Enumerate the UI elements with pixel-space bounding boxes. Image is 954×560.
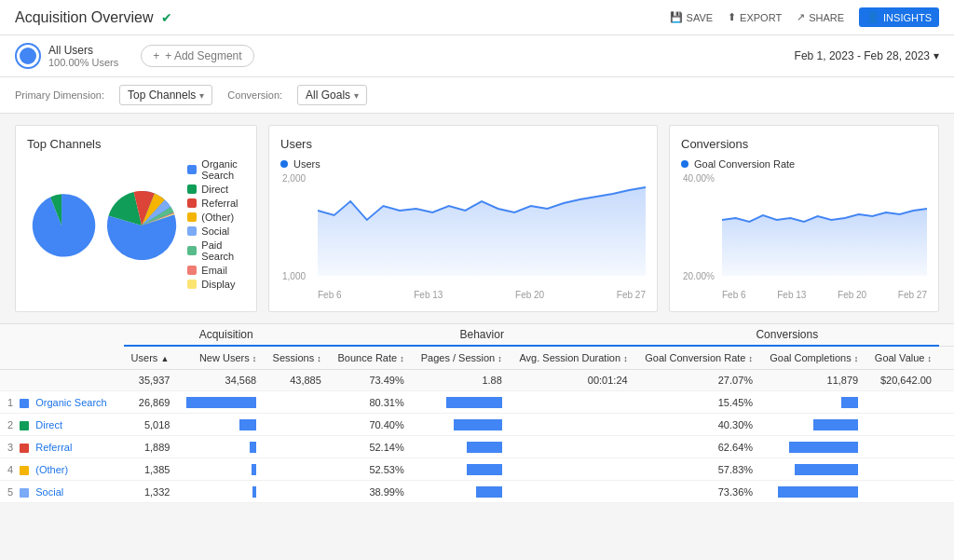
sort-icon: ↕ — [749, 354, 754, 363]
channel-link[interactable]: (Other) — [35, 464, 68, 475]
legend-dot — [187, 165, 197, 174]
goal-bar — [778, 486, 858, 498]
goal-conv-col-header[interactable]: Goal Conversion Rate ↕ — [635, 346, 760, 370]
goal-conv-cell: 15.45% — [635, 391, 760, 414]
goal-value-cell — [865, 458, 939, 481]
sort-icon: ↕ — [400, 354, 404, 363]
bounce-rate-cell: 80.31% — [329, 391, 412, 414]
pie-legend: Organic SearchDirectReferral(Other)Socia… — [187, 158, 245, 293]
row-expand — [939, 391, 954, 414]
sort-icon: ↕ — [497, 354, 502, 363]
chevron-down-icon: ▾ — [354, 90, 359, 101]
legend-label: Paid Search — [201, 239, 245, 262]
chevron-down-icon: ▾ — [934, 49, 939, 62]
behavior-group-header: Behavior — [329, 324, 635, 346]
users-cell: 1,332 — [124, 481, 178, 503]
save-icon: 💾 — [670, 11, 683, 23]
row-rank: 3 — [7, 442, 13, 453]
channel-color-indicator — [20, 444, 29, 453]
users-cell: 1,385 — [124, 458, 178, 481]
goal-value-col-header[interactable]: Goal Value ↕ — [865, 346, 939, 370]
acquisition-group-header: Acquisition — [124, 324, 329, 346]
bounce-bar-cell — [412, 391, 510, 414]
primary-dimension-select[interactable]: Top Channels ▾ — [119, 85, 212, 105]
legend-item: Display — [187, 279, 245, 290]
users-cell: 5,018 — [124, 414, 178, 436]
avg-session-col-header[interactable]: Avg. Session Duration ↕ — [510, 346, 635, 370]
total-goal-conv: 27.07% — [635, 370, 760, 391]
channel-link[interactable]: Social — [35, 486, 63, 498]
users-line-wrap: 2,000 1,000 Feb 6 Feb 13 Feb 20 Feb 27 — [318, 173, 646, 300]
row-rank: 1 — [7, 397, 13, 408]
users-cell: 1,889 — [124, 436, 178, 458]
channel-color-indicator — [20, 488, 29, 498]
avg-session-cell — [510, 481, 635, 503]
segment-text: All Users 100.00% Users — [48, 44, 118, 68]
goal-bar-cell — [760, 391, 865, 414]
total-goal-comp: 11,879 — [760, 370, 865, 391]
chart-legend: Goal Conversion Rate — [681, 158, 927, 170]
goal-bar-cell — [760, 458, 865, 481]
sessions-col-header[interactable]: Sessions ↕ — [264, 346, 329, 370]
channel-link[interactable]: Organic Search — [35, 397, 106, 408]
share-icon: ↗ — [797, 11, 805, 23]
channel-cell: 1 Organic Search — [0, 391, 124, 414]
insights-button[interactable]: 👤 INSIGHTS — [859, 7, 939, 27]
add-segment-button[interactable]: + + Add Segment — [141, 45, 253, 67]
acquisition-table: Acquisition Behavior Conversions Users ▲… — [0, 324, 954, 503]
export-icon: ⬆ — [728, 11, 736, 23]
segment-circle-fill — [20, 48, 36, 64]
total-pages-session: 1.88 — [412, 370, 510, 391]
export-button[interactable]: ⬆ EXPORT — [728, 11, 782, 23]
bounce-rate-cell: 52.53% — [329, 458, 412, 481]
table-row: 4 (Other) 1,385 52.53% 57.83% — [0, 458, 954, 481]
save-button[interactable]: 💾 SAVE — [670, 11, 714, 23]
bounce-rate-col-header[interactable]: Bounce Rate ↕ — [329, 346, 412, 370]
header-left: Acquisition Overview ✔ — [15, 9, 172, 26]
row-expand — [939, 436, 954, 458]
goal-value-cell — [865, 481, 939, 503]
row-rank: 2 — [7, 419, 13, 430]
bounce-rate-cell: 52.14% — [329, 436, 412, 458]
channel-link[interactable]: Referral — [35, 442, 72, 453]
share-button[interactable]: ↗ SHARE — [797, 11, 844, 23]
legend-label: Social — [201, 225, 229, 237]
date-range-picker[interactable]: Feb 1, 2023 - Feb 28, 2023 ▾ — [795, 49, 939, 62]
new-users-col-header[interactable]: New Users ↕ — [177, 346, 264, 370]
channel-col-header[interactable] — [0, 324, 124, 370]
pie-chart-svg — [90, 191, 193, 260]
goal-comp-col-header[interactable]: Goal Completions ↕ — [760, 346, 865, 370]
channel-link[interactable]: Direct — [35, 419, 62, 430]
bounce-bar — [467, 464, 502, 475]
sort-icon: ▲ — [160, 354, 169, 363]
new-users-bar — [239, 419, 256, 430]
channel-cell: 3 Referral — [0, 436, 124, 458]
sessions-cell — [264, 391, 329, 414]
pages-session-col-header[interactable]: Pages / Session ↕ — [412, 346, 510, 370]
total-expand — [939, 370, 954, 391]
plus-icon: + — [153, 49, 159, 62]
insights-icon: 👤 — [866, 11, 879, 23]
users-dot — [280, 160, 288, 168]
users-col-header[interactable]: Users ▲ — [124, 346, 178, 370]
avg-session-cell — [510, 414, 635, 436]
legend-item: Referral — [187, 198, 245, 209]
chart-title: Top Channels — [27, 137, 245, 151]
legend-item: Paid Search — [187, 239, 245, 262]
legend-item: Direct — [187, 184, 245, 195]
table-row: 1 Organic Search 26,869 80.31% 15.45% — [0, 391, 954, 414]
users-line-svg — [318, 173, 646, 285]
segment-left: All Users 100.00% Users + + Add Segment — [15, 43, 254, 69]
new-users-bar-cell — [177, 458, 264, 481]
legend-item: Email — [187, 265, 245, 276]
conversion-select[interactable]: All Goals ▾ — [297, 85, 367, 105]
bounce-bar-cell — [412, 481, 510, 503]
sort-icon: ↕ — [854, 354, 859, 363]
legend-dot — [187, 266, 197, 275]
legend-item: Organic Search — [187, 158, 245, 181]
table-row: 3 Referral 1,889 52.14% 62.64% — [0, 436, 954, 458]
legend-label: Display — [201, 279, 235, 290]
new-users-bar-cell — [177, 436, 264, 458]
sort-icon: ↕ — [252, 354, 257, 363]
new-users-bar-cell — [177, 391, 264, 414]
